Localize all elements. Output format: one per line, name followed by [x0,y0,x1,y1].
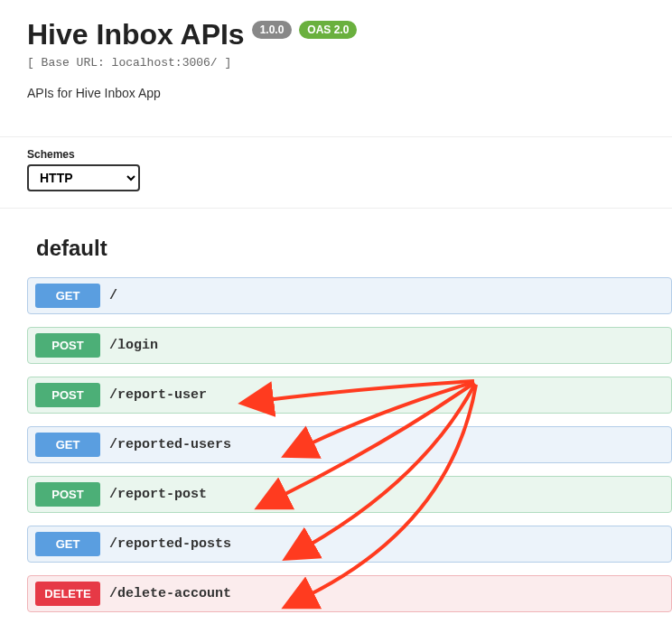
operation-path: /reported-posts [109,536,231,552]
operations-section: default GET / POST /login POST /report-u… [0,209,672,612]
operation-row-login[interactable]: POST /login [27,327,672,364]
operation-row-report-post[interactable]: POST /report-post [27,476,672,513]
method-badge-post: POST [35,333,100,358]
operation-path: /login [109,338,158,353]
method-badge-get: GET [35,532,100,556]
api-header: Hive Inbox APIs 1.0.0 OAS 2.0 [ Base URL… [0,0,672,114]
operation-row-delete-account[interactable]: DELETE /delete-account [27,575,672,612]
method-badge-delete: DELETE [35,582,100,606]
base-url: [ Base URL: localhost:3006/ ] [27,56,645,70]
method-badge-post: POST [35,383,100,407]
oas-badge: OAS 2.0 [299,21,357,39]
operation-path: / [109,288,117,303]
operation-path: /reported-users [109,437,231,452]
schemes-block: Schemes HTTP [0,136,672,209]
operation-path: /report-post [109,487,207,502]
method-badge-get: GET [35,284,100,308]
operation-row-reported-posts[interactable]: GET /reported-posts [27,526,672,563]
api-description: APIs for Hive Inbox App [27,86,645,100]
version-badge: 1.0.0 [252,21,293,39]
method-badge-get: GET [35,433,100,457]
operation-row-root[interactable]: GET / [27,277,672,314]
section-title[interactable]: default [27,236,672,261]
operation-path: /delete-account [109,586,231,601]
title-row: Hive Inbox APIs 1.0.0 OAS 2.0 [27,18,645,51]
operation-row-report-user[interactable]: POST /report-user [27,377,672,414]
operation-row-reported-users[interactable]: GET /reported-users [27,426,672,463]
scheme-select[interactable]: HTTP [27,164,140,191]
api-title: Hive Inbox APIs [27,18,245,51]
schemes-label: Schemes [27,148,645,161]
operation-path: /report-user [109,387,207,403]
method-badge-post: POST [35,482,100,507]
